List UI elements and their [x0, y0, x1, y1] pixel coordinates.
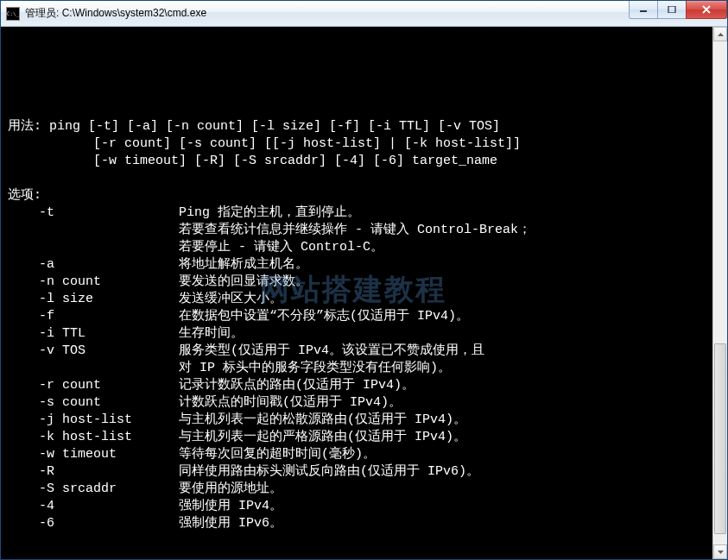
- scroll-down-button[interactable]: [713, 544, 727, 559]
- close-icon: [701, 5, 712, 14]
- window-title: 管理员: C:\Windows\system32\cmd.exe: [25, 6, 630, 21]
- cmd-icon: C:\_: [6, 7, 20, 21]
- minimize-button[interactable]: [629, 1, 658, 19]
- scrollbar-thumb[interactable]: [714, 343, 726, 535]
- scroll-up-button[interactable]: [713, 27, 727, 41]
- terminal-content: 用法: ping [-t] [-a] [-n count] [-l size] …: [8, 84, 727, 559]
- terminal-area[interactable]: 网站搭建教程 用法: ping [-t] [-a] [-n count] [-l…: [1, 27, 727, 559]
- svg-rect-0: [640, 10, 647, 12]
- svg-rect-1: [668, 6, 675, 13]
- maximize-button[interactable]: [657, 1, 687, 19]
- maximize-icon: [668, 6, 676, 13]
- cmd-window: C:\_ 管理员: C:\Windows\system32\cmd.exe 网站…: [0, 0, 728, 560]
- scrollbar-track[interactable]: [713, 41, 727, 544]
- titlebar[interactable]: C:\_ 管理员: C:\Windows\system32\cmd.exe: [1, 1, 727, 27]
- chevron-up-icon: [718, 33, 724, 36]
- close-button[interactable]: [686, 1, 727, 19]
- vertical-scrollbar[interactable]: [712, 27, 727, 559]
- chevron-down-icon: [718, 551, 724, 554]
- minimize-icon: [639, 6, 648, 13]
- window-controls: [630, 1, 727, 26]
